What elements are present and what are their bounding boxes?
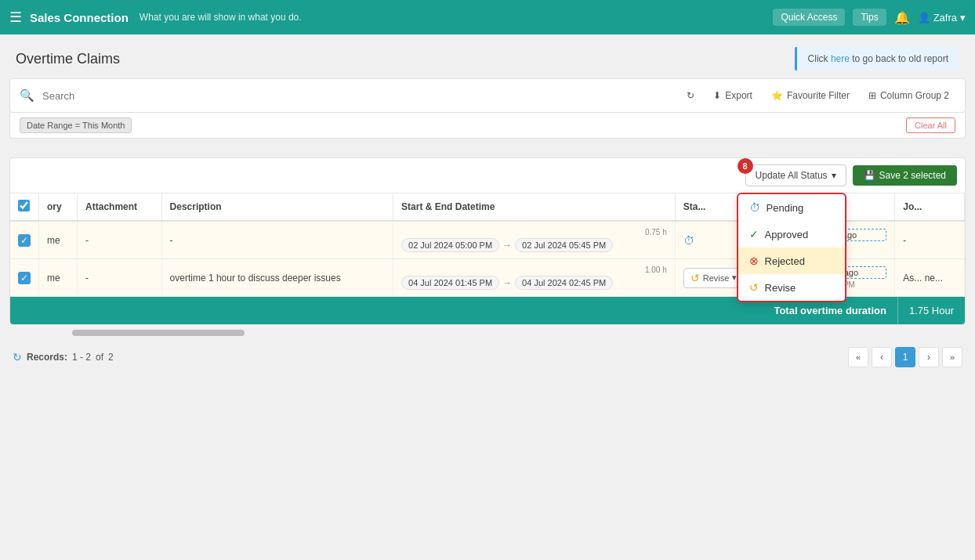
current-page-button[interactable]: 1 — [895, 347, 915, 367]
pagination: « ‹ 1 › » — [848, 347, 962, 367]
th-category: ory — [39, 193, 78, 221]
favourite-filter-button[interactable]: ⭐ Favourite Filter — [765, 87, 856, 104]
nav-right: Quick Access Tips 🔔 👤 Zafra ▾ — [773, 9, 966, 26]
search-icon: 🔍 — [20, 89, 34, 103]
notification-bell-icon[interactable]: 🔔 — [894, 10, 910, 25]
approved-icon: ✓ — [749, 228, 759, 240]
horizontal-scrollbar[interactable] — [9, 328, 966, 338]
save-selected-label: Save 2 selected — [879, 170, 946, 181]
save-icon: 💾 — [864, 170, 875, 181]
refresh-icon: ↻ — [687, 90, 694, 101]
filter-bar: 🔍 ↻ ⬇ Export ⭐ Favourite Filter ⊞ Column… — [9, 78, 966, 113]
approved-label: Approved — [765, 229, 809, 240]
export-label: Export — [725, 90, 752, 101]
search-input[interactable] — [42, 90, 672, 102]
table-toolbar: 8 Update All Status ▾ ⏱ Pending ✓ Approv… — [10, 158, 965, 193]
th-description: Description — [161, 193, 393, 221]
row2-checkbox-cell: ✓ — [10, 259, 39, 297]
badge-8: 8 — [738, 158, 753, 174]
page-title: Overtime Claims — [16, 51, 120, 67]
row2-job: As... ne... — [895, 259, 965, 297]
tips-button[interactable]: Tips — [853, 9, 886, 26]
column-group-label: Column Group 2 — [880, 90, 949, 101]
row2-revise-button[interactable]: ↺ Revise ▾ — [683, 268, 745, 288]
user-name: Zafra — [933, 12, 957, 23]
revise-status-icon: ↺ — [690, 272, 700, 284]
records-refresh-icon[interactable]: ↻ — [13, 351, 22, 363]
page-header: Overtime Claims Click here to go back to… — [0, 34, 975, 78]
save-selected-button[interactable]: 💾 Save 2 selected — [853, 165, 957, 186]
row1-checkbox[interactable]: ✓ — [18, 234, 31, 247]
pending-label: Pending — [767, 202, 804, 214]
prev-page-button[interactable]: ‹ — [872, 347, 892, 367]
toolbar-right: 8 Update All Status ▾ ⏱ Pending ✓ Approv… — [745, 164, 957, 186]
update-all-status-button[interactable]: Update All Status ▾ — [745, 164, 846, 186]
dropdown-item-revise[interactable]: ↺ Revise — [738, 274, 845, 301]
status-dropdown: ⏱ Pending ✓ Approved ⊗ Rejected ↺ Revise — [737, 193, 846, 302]
revise-icon: ↺ — [749, 281, 759, 294]
app-tagline: What you are will show in what you do. — [140, 12, 302, 23]
next-page-button[interactable]: › — [919, 347, 939, 367]
export-icon: ⬇ — [713, 90, 721, 101]
revise-label: Revise — [765, 282, 796, 294]
active-filters: Date Range = This Month Clear All — [9, 113, 966, 139]
date-range-filter-tag[interactable]: Date Range = This Month — [20, 117, 132, 133]
user-menu[interactable]: 👤 Zafra ▾ — [918, 12, 966, 23]
records-prefix: Records: — [27, 352, 67, 363]
revise-status-label: Revise — [703, 273, 730, 283]
row1-attachment: - — [78, 221, 162, 259]
row2-category: me — [39, 259, 78, 297]
th-datetime: Start & End Datetime — [393, 193, 676, 221]
row1-checkbox-cell: ✓ — [10, 221, 39, 259]
refresh-button[interactable]: ↻ — [680, 87, 701, 104]
update-status-label: Update All Status — [756, 170, 828, 181]
dropdown-item-pending[interactable]: ⏱ Pending — [738, 194, 845, 221]
back-link-prefix: Click — [808, 53, 831, 64]
back-link-suffix: to go back to old report — [850, 53, 948, 64]
total-value: 1.75 Hour — [898, 297, 965, 324]
records-range: 1 - 2 — [72, 352, 91, 363]
quick-access-button[interactable]: Quick Access — [773, 9, 845, 26]
last-page-button[interactable]: » — [942, 347, 962, 367]
th-attachment: Attachment — [78, 193, 162, 221]
user-avatar-icon: 👤 — [918, 12, 930, 23]
rejected-label: Rejected — [765, 255, 805, 267]
select-all-checkbox[interactable] — [18, 200, 30, 211]
page-footer: ↻ Records: 1 - 2 of 2 « ‹ 1 › » — [0, 341, 975, 374]
row1-category: me — [39, 221, 78, 259]
top-navigation: ☰ Sales Connection What you are will sho… — [0, 0, 975, 34]
column-group-button[interactable]: ⊞ Column Group 2 — [862, 87, 955, 104]
hamburger-icon[interactable]: ☰ — [9, 9, 22, 26]
export-button[interactable]: ⬇ Export — [707, 87, 759, 104]
app-name: Sales Connection — [30, 11, 129, 24]
row1-job: - — [895, 221, 965, 259]
spacer — [0, 139, 975, 146]
row2-attachment: - — [78, 259, 162, 297]
th-job: Jo... — [895, 193, 965, 221]
pending-status-icon: ⏱ — [683, 234, 694, 247]
back-link-anchor[interactable]: here — [831, 53, 850, 64]
dropdown-item-approved[interactable]: ✓ Approved — [738, 221, 845, 247]
row2-checkbox[interactable]: ✓ — [18, 272, 31, 284]
column-group-icon: ⊞ — [868, 90, 876, 101]
row2-description: overtime 1 hour to discuss deeper issues — [161, 259, 393, 297]
records-of: of — [96, 352, 103, 363]
star-icon: ⭐ — [771, 90, 783, 101]
chevron-down-icon: ▾ — [832, 170, 836, 181]
row2-datetime: 1.00 h 04 Jul 2024 01:45 PM → 04 Jul 202… — [393, 259, 676, 297]
dropdown-item-rejected[interactable]: ⊗ Rejected — [738, 247, 845, 274]
scrollbar-thumb[interactable] — [72, 330, 245, 336]
clear-all-button[interactable]: Clear All — [906, 117, 955, 133]
user-chevron-icon: ▾ — [960, 12, 966, 23]
row1-datetime: 0.75 h 02 Jul 2024 05:00 PM → 02 Jul 202… — [393, 221, 676, 259]
first-page-button[interactable]: « — [848, 347, 868, 367]
rejected-icon: ⊗ — [749, 255, 759, 267]
app-brand: Sales Connection — [30, 11, 129, 24]
filter-actions: ↻ ⬇ Export ⭐ Favourite Filter ⊞ Column G… — [680, 87, 955, 104]
back-link-box: Click here to go back to old report — [795, 47, 959, 70]
row1-description: - — [161, 221, 393, 259]
records-info: ↻ Records: 1 - 2 of 2 — [13, 351, 114, 363]
records-total: 2 — [108, 352, 114, 363]
table-area: 8 Update All Status ▾ ⏱ Pending ✓ Approv… — [9, 157, 966, 325]
favourite-filter-label: Favourite Filter — [787, 90, 850, 101]
